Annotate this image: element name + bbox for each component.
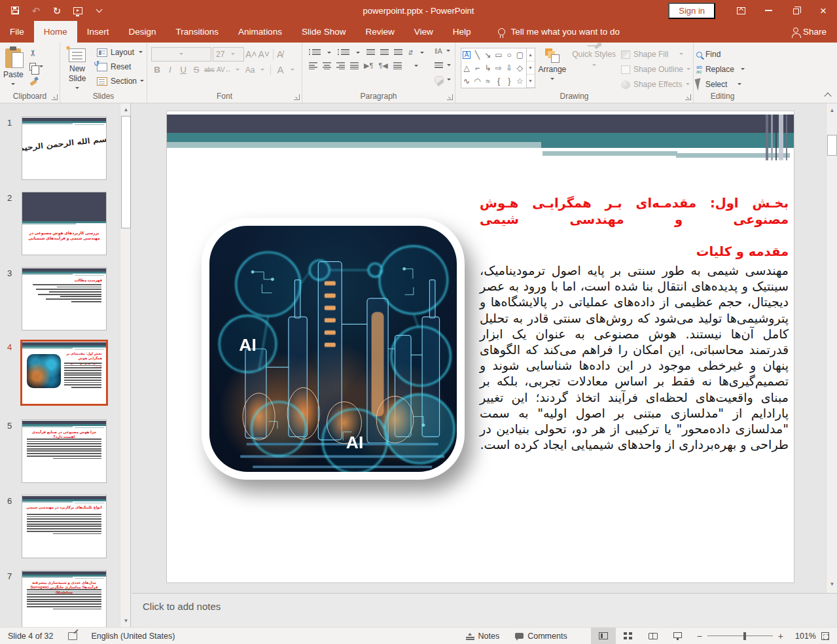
shape-fill-button[interactable]: Shape Fill — [618, 47, 693, 62]
sign-in-button[interactable]: Sign in — [668, 3, 715, 19]
shape-icon[interactable]: ◇ — [517, 64, 523, 72]
tab-file[interactable]: File — [0, 21, 34, 43]
increase-indent-icon[interactable] — [380, 49, 389, 56]
slide-body-text[interactable]: مهندسی شیمی به طور سنتی بر پایه اصول ترم… — [480, 262, 789, 452]
thumbnail-scrollbar[interactable]: ▲ ▼ — [120, 103, 130, 627]
shape-icon[interactable]: ▭ — [495, 51, 502, 59]
notes-pane[interactable]: Click to add notes — [132, 593, 837, 627]
shape-icon[interactable]: ∿ — [463, 77, 470, 85]
slide-thumbnail-4[interactable]: بخش اول: مقدمه‌ای بر همگرایی هوش مصنوعی … — [22, 341, 107, 404]
line-spacing-icon[interactable] — [394, 49, 402, 56]
tab-animations[interactable]: Animations — [228, 21, 292, 43]
customize-quick-access-icon[interactable] — [93, 5, 105, 16]
ltr-direction-icon[interactable]: ▶¶ — [364, 62, 373, 70]
close-button[interactable]: × — [810, 0, 837, 21]
change-case-button[interactable]: Aa — [244, 65, 256, 75]
bullets-icon[interactable] — [312, 49, 321, 56]
zoom-in-icon[interactable]: + — [778, 631, 783, 641]
format-painter-button[interactable] — [27, 74, 46, 88]
decrease-indent-icon[interactable] — [366, 49, 375, 56]
slide-canvas[interactable]: AI AI بخـش اول: مقدمـه‌ای بـر همگرایـی ه… — [167, 111, 794, 582]
section-button[interactable]: Section — [94, 74, 147, 88]
start-from-beginning-icon[interactable] — [72, 5, 84, 16]
editor-scroll-thumb[interactable] — [827, 135, 837, 156]
slide-subheading[interactable]: مقدمه و کلیات — [480, 244, 789, 259]
shape-icon[interactable]: ⇨ — [495, 64, 502, 72]
tab-slide-show[interactable]: Slide Show — [292, 21, 356, 43]
ribbon-display-options-icon[interactable] — [727, 0, 755, 21]
shape-icon[interactable]: ◠ — [474, 77, 480, 85]
paragraph-dialog-launcher-icon[interactable] — [447, 94, 453, 100]
strikethrough-button[interactable]: S — [190, 65, 202, 75]
tab-review[interactable]: Review — [355, 21, 404, 43]
columns-icon[interactable] — [393, 62, 402, 69]
tab-view[interactable]: View — [404, 21, 443, 43]
cut-button[interactable]: ✂ — [27, 45, 46, 60]
convert-smartart-button[interactable] — [432, 74, 454, 86]
editor-scroll-up-icon[interactable]: ▲ — [827, 105, 837, 115]
align-left-icon[interactable] — [309, 62, 317, 69]
share-button[interactable]: Share — [793, 21, 827, 43]
slide-thumbnail-1[interactable]: بسم الله الرحمن الرحیم — [22, 116, 107, 180]
shape-icon[interactable]: A — [463, 51, 471, 59]
thumb-scroll-thumb[interactable] — [121, 116, 131, 228]
reading-view-button[interactable] — [641, 628, 666, 644]
shape-icon[interactable]: ≈ — [486, 77, 490, 85]
language-indicator[interactable]: English (United States) — [92, 632, 175, 641]
character-spacing-button[interactable]: AV↔ — [217, 66, 232, 73]
zoom-out-icon[interactable]: − — [697, 631, 702, 641]
normal-view-button[interactable] — [591, 628, 616, 644]
shape-icon[interactable]: ○ — [507, 51, 512, 59]
align-right-icon[interactable] — [336, 62, 345, 69]
font-size-combobox[interactable]: 27 — [213, 47, 244, 62]
clipboard-dialog-launcher-icon[interactable] — [52, 94, 58, 100]
paste-button[interactable]: Paste — [0, 45, 27, 88]
slide-thumbnail-6[interactable]: انواع تکنیک‌های پرکاربرد در مهندسی شیمی — [22, 495, 107, 558]
tab-insert[interactable]: Insert — [77, 21, 119, 43]
shape-icon[interactable]: ⇩ — [506, 64, 512, 72]
shape-icon[interactable]: ⌐ — [475, 64, 480, 72]
align-text-button[interactable] — [432, 60, 454, 71]
tab-transitions[interactable]: Transitions — [166, 21, 229, 43]
save-icon[interactable] — [9, 5, 21, 16]
text-direction-button[interactable]: ‖A — [432, 45, 454, 57]
redo-icon[interactable]: ↻ — [51, 5, 63, 16]
shape-effects-button[interactable]: Shape Effects — [618, 77, 693, 92]
shapes-gallery[interactable]: ▲▼▼ A╲↘▭○▢△⌐↳⇨⇩◇∿◠≈{}☆ — [461, 48, 535, 88]
bold-button[interactable]: B — [151, 65, 163, 75]
shapes-gallery-scroll[interactable]: ▲▼▼ — [526, 48, 535, 88]
tab-help[interactable]: Help — [443, 21, 481, 43]
clear-formatting-icon[interactable]: A̸ — [277, 49, 283, 60]
tell-me-box[interactable]: Tell me what you want to do — [498, 21, 620, 43]
thumb-scroll-up-icon[interactable]: ▲ — [121, 104, 131, 115]
shape-icon[interactable]: ╲ — [475, 51, 480, 59]
collapse-ribbon-icon[interactable] — [824, 92, 831, 99]
underline-button[interactable]: U — [177, 65, 189, 75]
decrease-font-size-icon[interactable]: A˅ — [258, 49, 270, 60]
font-dialog-launcher-icon[interactable] — [294, 94, 300, 100]
double-strikethrough-button[interactable]: abc — [204, 66, 215, 73]
rtl-direction-icon[interactable]: ¶◀ — [378, 62, 387, 70]
minimize-button[interactable] — [755, 0, 782, 21]
reset-button[interactable]: Reset — [94, 60, 147, 74]
select-button[interactable]: Select — [694, 77, 751, 92]
notes-toggle[interactable]: Notes — [458, 628, 508, 644]
find-button[interactable]: Find — [694, 47, 751, 62]
editor-scrollbar[interactable]: ▲ ▼ ⏶ ⏷ — [826, 103, 837, 593]
spell-check-icon[interactable] — [68, 632, 77, 640]
zoom-slider[interactable] — [707, 635, 773, 637]
fit-to-window-icon[interactable] — [821, 632, 829, 640]
slide-heading[interactable]: بخـش اول: مقدمـه‌ای بـر همگرایـی هـوش مص… — [480, 195, 789, 244]
layout-button[interactable]: Layout — [94, 45, 147, 60]
copy-button[interactable] — [27, 60, 46, 74]
font-name-combobox[interactable] — [151, 47, 211, 62]
slide-sorter-view-button[interactable] — [616, 628, 641, 644]
slide-thumbnail-2[interactable]: بررسی کاربردهای هوش مصنوعی در مهندسی شیم… — [22, 192, 107, 255]
shape-icon[interactable]: ↘ — [485, 51, 491, 59]
slide-thumbnail-5[interactable]: چرا هوش مصنوعی در صنایع فرآیندی اهمیت دا… — [22, 420, 107, 483]
shape-icon[interactable]: ↳ — [485, 64, 491, 72]
shape-icon[interactable]: { — [497, 77, 500, 85]
tab-design[interactable]: Design — [119, 21, 166, 43]
shape-icon[interactable]: ▢ — [516, 51, 524, 59]
slide-thumbnail-7[interactable]: مدل‌های عددی و شبیه‌سازی پیشرفته فرآینده… — [22, 570, 107, 634]
